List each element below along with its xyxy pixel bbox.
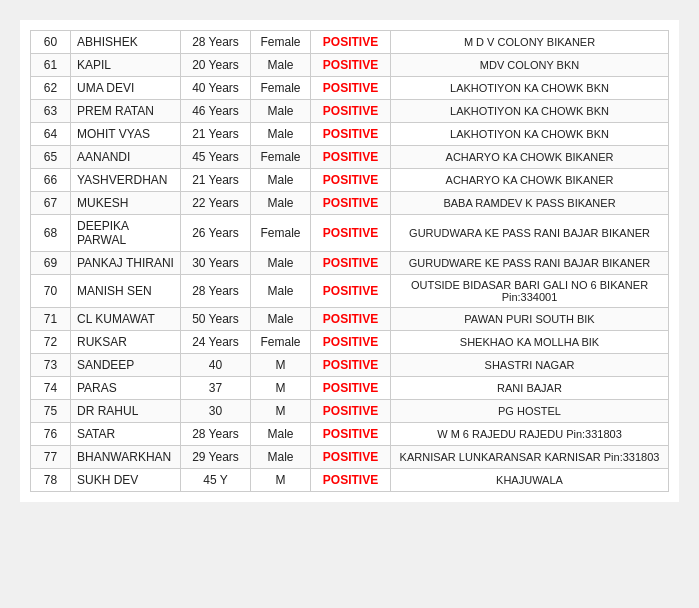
cell-address: OUTSIDE BIDASAR BARI GALI NO 6 BIKANER P… — [391, 275, 669, 308]
cell-sno: 72 — [31, 331, 71, 354]
cell-sno: 62 — [31, 77, 71, 100]
cell-age: 46 Years — [181, 100, 251, 123]
cell-age: 30 Years — [181, 252, 251, 275]
cell-age: 28 Years — [181, 31, 251, 54]
table-row: 60ABHISHEK28 YearsFemalePOSITIVEM D V CO… — [31, 31, 669, 54]
cell-age: 45 Y — [181, 469, 251, 492]
cell-sno: 73 — [31, 354, 71, 377]
cell-name: SATAR — [71, 423, 181, 446]
table-row: 74PARAS37MPOSITIVERANI BAJAR — [31, 377, 669, 400]
cell-name: SANDEEP — [71, 354, 181, 377]
cell-sno: 69 — [31, 252, 71, 275]
table-row: 62UMA DEVI40 YearsFemalePOSITIVELAKHOTIY… — [31, 77, 669, 100]
cell-sno: 76 — [31, 423, 71, 446]
cell-status: POSITIVE — [311, 77, 391, 100]
cell-sno: 77 — [31, 446, 71, 469]
cell-name: SUKH DEV — [71, 469, 181, 492]
cell-gender: Female — [251, 146, 311, 169]
cell-name: DEEPIKA PARWAL — [71, 215, 181, 252]
cell-gender: Male — [251, 100, 311, 123]
cell-name: UMA DEVI — [71, 77, 181, 100]
table-row: 69PANKAJ THIRANI30 YearsMalePOSITIVEGURU… — [31, 252, 669, 275]
cell-age: 24 Years — [181, 331, 251, 354]
cell-age: 28 Years — [181, 423, 251, 446]
cell-age: 40 Years — [181, 77, 251, 100]
cell-address: GURUDWARA KE PASS RANI BAJAR BIKANER — [391, 215, 669, 252]
table-row: 77BHANWARKHAN29 YearsMalePOSITIVEKARNISA… — [31, 446, 669, 469]
cell-name: PARAS — [71, 377, 181, 400]
cell-address: LAKHOTIYON KA CHOWK BKN — [391, 123, 669, 146]
cell-sno: 61 — [31, 54, 71, 77]
cell-address: LAKHOTIYON KA CHOWK BKN — [391, 77, 669, 100]
cell-status: POSITIVE — [311, 377, 391, 400]
cell-age: 29 Years — [181, 446, 251, 469]
cell-age: 45 Years — [181, 146, 251, 169]
cell-sno: 66 — [31, 169, 71, 192]
cell-name: BHANWARKHAN — [71, 446, 181, 469]
cell-address: BABA RAMDEV K PASS BIKANER — [391, 192, 669, 215]
table-row: 70MANISH SEN28 YearsMalePOSITIVEOUTSIDE … — [31, 275, 669, 308]
cell-age: 20 Years — [181, 54, 251, 77]
cell-status: POSITIVE — [311, 446, 391, 469]
cell-age: 50 Years — [181, 308, 251, 331]
cell-sno: 71 — [31, 308, 71, 331]
cell-name: CL KUMAWAT — [71, 308, 181, 331]
cell-sno: 70 — [31, 275, 71, 308]
cell-gender: Male — [251, 423, 311, 446]
cell-status: POSITIVE — [311, 146, 391, 169]
cell-name: AANANDI — [71, 146, 181, 169]
cell-address: GURUDWARE KE PASS RANI BAJAR BIKANER — [391, 252, 669, 275]
cell-sno: 68 — [31, 215, 71, 252]
cell-address: M D V COLONY BIKANER — [391, 31, 669, 54]
cell-age: 40 — [181, 354, 251, 377]
cell-name: KAPIL — [71, 54, 181, 77]
cell-name: PANKAJ THIRANI — [71, 252, 181, 275]
cell-name: MOHIT VYAS — [71, 123, 181, 146]
cell-age: 28 Years — [181, 275, 251, 308]
cell-gender: Male — [251, 54, 311, 77]
cell-gender: Male — [251, 275, 311, 308]
cell-age: 22 Years — [181, 192, 251, 215]
table-row: 73SANDEEP40MPOSITIVESHASTRI NAGAR — [31, 354, 669, 377]
cell-gender: Male — [251, 252, 311, 275]
cell-status: POSITIVE — [311, 469, 391, 492]
cell-gender: M — [251, 354, 311, 377]
cell-gender: Male — [251, 192, 311, 215]
cell-status: POSITIVE — [311, 54, 391, 77]
cell-status: POSITIVE — [311, 100, 391, 123]
cell-name: MANISH SEN — [71, 275, 181, 308]
cell-sno: 75 — [31, 400, 71, 423]
cell-status: POSITIVE — [311, 423, 391, 446]
cell-gender: Male — [251, 446, 311, 469]
cell-status: POSITIVE — [311, 192, 391, 215]
cell-address: ACHARYO KA CHOWK BIKANER — [391, 169, 669, 192]
cell-status: POSITIVE — [311, 31, 391, 54]
cell-sno: 78 — [31, 469, 71, 492]
table-row: 67MUKESH22 YearsMalePOSITIVEBABA RAMDEV … — [31, 192, 669, 215]
cell-gender: Female — [251, 31, 311, 54]
cell-address: SHASTRI NAGAR — [391, 354, 669, 377]
main-container: 60ABHISHEK28 YearsFemalePOSITIVEM D V CO… — [20, 20, 679, 502]
table-row: 66YASHVERDHAN21 YearsMalePOSITIVEACHARYO… — [31, 169, 669, 192]
cell-gender: Female — [251, 77, 311, 100]
cell-sno: 65 — [31, 146, 71, 169]
cell-status: POSITIVE — [311, 275, 391, 308]
cell-status: POSITIVE — [311, 308, 391, 331]
cell-status: POSITIVE — [311, 331, 391, 354]
cell-status: POSITIVE — [311, 215, 391, 252]
cell-name: ABHISHEK — [71, 31, 181, 54]
cell-status: POSITIVE — [311, 400, 391, 423]
cell-gender: Male — [251, 123, 311, 146]
cell-age: 37 — [181, 377, 251, 400]
cell-sno: 63 — [31, 100, 71, 123]
cell-address: LAKHOTIYON KA CHOWK BKN — [391, 100, 669, 123]
table-row: 68DEEPIKA PARWAL26 YearsFemalePOSITIVEGU… — [31, 215, 669, 252]
cell-sno: 67 — [31, 192, 71, 215]
cell-address: PAWAN PURI SOUTH BIK — [391, 308, 669, 331]
table-row: 71CL KUMAWAT50 YearsMalePOSITIVEPAWAN PU… — [31, 308, 669, 331]
table-row: 76SATAR28 YearsMalePOSITIVEW M 6 RAJEDU … — [31, 423, 669, 446]
table-row: 63PREM RATAN46 YearsMalePOSITIVELAKHOTIY… — [31, 100, 669, 123]
cell-address: RANI BAJAR — [391, 377, 669, 400]
cell-status: POSITIVE — [311, 123, 391, 146]
cell-sno: 74 — [31, 377, 71, 400]
